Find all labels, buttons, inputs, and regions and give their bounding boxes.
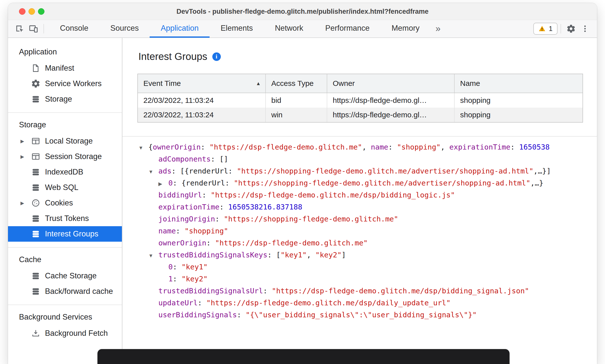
tree-value: "shopping" (397, 143, 441, 151)
tree-line: ▼{ownerOrigin: "https://dsp-fledge-demo.… (138, 141, 596, 153)
toolbar-separator (43, 24, 44, 33)
sidebar-item-label: Interest Groups (45, 229, 98, 238)
tree-value: : (263, 287, 272, 295)
column-header-name[interactable]: Name (455, 74, 583, 93)
tab-network[interactable]: Network (264, 20, 314, 38)
table-cell: win (266, 108, 327, 122)
tree-key: ownerOrigin (158, 239, 206, 247)
column-header-access-type[interactable]: Access Type (266, 74, 327, 93)
tab-application[interactable]: Application (150, 20, 210, 38)
database-icon (31, 214, 40, 223)
tree-expander-icon[interactable]: ▼ (148, 250, 158, 261)
tab-memory[interactable]: Memory (381, 20, 431, 38)
tree-value: "shopping" (185, 227, 228, 235)
tree-value: : (173, 263, 181, 271)
sidebar-item-manifest[interactable]: Manifest (8, 60, 122, 76)
tree-value: : (171, 167, 180, 175)
tree-key: joiningOrigin (158, 215, 215, 223)
tree-value: "https://shopping-fledge-demo.glitch.me" (224, 215, 398, 223)
tree-value: "{\"user_bidding_signals\":\"user_biddin… (246, 311, 477, 319)
gear-icon (31, 79, 40, 88)
tree-line: userBiddingSignals: "{\"user_bidding_sig… (138, 309, 596, 321)
sidebar-item-session-storage[interactable]: ▶Session Storage (8, 149, 122, 164)
table-row[interactable]: 22/03/2022, 11:03:24bidhttps://dsp-fledg… (138, 93, 583, 108)
tree-value: : (202, 191, 211, 199)
tab-elements[interactable]: Elements (210, 20, 264, 38)
sidebar-item-indexeddb[interactable]: IndexedDB (8, 164, 122, 180)
column-header-event-time[interactable]: Event Time▲ (138, 74, 266, 93)
window-title: DevTools - publisher-fledge-demo.glitch.… (8, 3, 597, 20)
sidebar-item-interest-groups[interactable]: Interest Groups (8, 226, 122, 242)
tree-expander-icon[interactable]: ▼ (148, 166, 158, 177)
sidebar-item-label: Manifest (45, 64, 74, 73)
sidebar-item-cache-storage[interactable]: Cache Storage (8, 268, 122, 284)
tree-expander-icon[interactable]: ▶ (158, 178, 168, 189)
tree-key: 1 (168, 275, 173, 283)
tree-value: "https://shopping-fledge-demo.glitch.me/… (234, 179, 530, 187)
tree-key: trustedBiddingSignalsUrl (158, 287, 263, 295)
table-cell: shopping (455, 93, 583, 108)
tree-value: : (219, 203, 228, 211)
tree-line: updateUrl: "https://dsp-fledge-demo.glit… (138, 297, 596, 309)
tree-key: updateUrl (158, 299, 198, 307)
tree-value: : (211, 155, 220, 163)
tab-performance[interactable]: Performance (314, 20, 380, 38)
gear-icon[interactable] (564, 22, 578, 36)
sidebar-item-web-sql[interactable]: Web SQL (8, 180, 122, 195)
sidebar-item-label: Storage (45, 95, 72, 104)
devtools-content: ApplicationManifestService WorkersStorag… (8, 38, 597, 364)
table-row[interactable]: 22/03/2022, 11:03:24winhttps://dsp-fledg… (138, 108, 583, 122)
sidebar-section-title: Cache (8, 252, 122, 268)
tab-console[interactable]: Console (49, 20, 99, 38)
inspect-icon[interactable] (12, 22, 26, 36)
tree-value: ] (341, 251, 346, 259)
expand-arrow-icon[interactable]: ▶ (20, 200, 31, 206)
column-header-owner[interactable]: Owner (327, 74, 455, 93)
tree-line: 0: "key1" (138, 261, 596, 273)
tree-key: name (158, 227, 176, 235)
sidebar-section-title: Application (8, 44, 122, 60)
info-icon[interactable]: i (212, 52, 221, 61)
sidebar-item-storage[interactable]: Storage (8, 91, 122, 107)
more-tabs-button[interactable]: » (431, 20, 446, 37)
tree-expander-icon[interactable]: ▼ (138, 142, 148, 153)
sidebar-item-background-fetch[interactable]: Background Fetch (8, 326, 122, 341)
tab-sources[interactable]: Sources (99, 20, 150, 38)
sidebar-item-back-forward-cache[interactable]: Back/forward cache (8, 284, 122, 299)
tree-value: "https://dsp-fledge-demo.glitch.me" (209, 143, 362, 151)
expand-arrow-icon[interactable]: ▶ (20, 138, 31, 144)
tree-value: : (201, 143, 210, 151)
sidebar-item-trust-tokens[interactable]: Trust Tokens (8, 211, 122, 226)
tree-value: : (206, 239, 215, 247)
zoom-window-button[interactable] (38, 8, 44, 15)
column-label: Event Time (143, 79, 181, 87)
warning-icon (538, 25, 546, 32)
sidebar-item-label: Cookies (45, 198, 73, 207)
page-title: Interest Groups (138, 51, 207, 62)
tree-value: "key2" (315, 251, 342, 259)
issues-counter-button[interactable]: 1 (533, 23, 558, 35)
tree-key: expirationTime (449, 143, 510, 151)
sidebar-item-cookies[interactable]: ▶Cookies (8, 195, 122, 211)
sidebar-item-service-workers[interactable]: Service Workers (8, 76, 122, 91)
sidebar-section-title: Background Services (8, 309, 122, 326)
tree-value: "key1" (281, 251, 307, 259)
application-sidebar: ApplicationManifestService WorkersStorag… (8, 38, 122, 364)
tree-value: "https://dsp-fledge-demo.glitch.me/dsp/d… (206, 299, 451, 307)
device-toolbar-icon[interactable] (26, 22, 40, 36)
minimize-window-button[interactable] (28, 8, 35, 15)
more-menu-icon[interactable] (578, 22, 592, 36)
tree-line: ▼ads: [{renderUrl: "https://shopping-fle… (138, 165, 596, 177)
sidebar-item-label: IndexedDB (45, 168, 83, 177)
tree-value: , (362, 143, 371, 151)
database-icon (31, 167, 40, 177)
devtools-tabs: ConsoleSourcesApplicationElementsNetwork… (49, 20, 431, 38)
expand-arrow-icon[interactable]: ▶ (20, 154, 31, 160)
sidebar-item-label: Background Fetch (45, 329, 108, 338)
sidebar-item-label: Local Storage (45, 137, 93, 146)
tree-value: 1650538216.837188 (228, 203, 302, 211)
sidebar-item-local-storage[interactable]: ▶Local Storage (8, 133, 122, 149)
close-window-button[interactable] (19, 8, 25, 15)
sidebar-section-title: Storage (8, 117, 122, 133)
tree-value: : (268, 251, 276, 259)
